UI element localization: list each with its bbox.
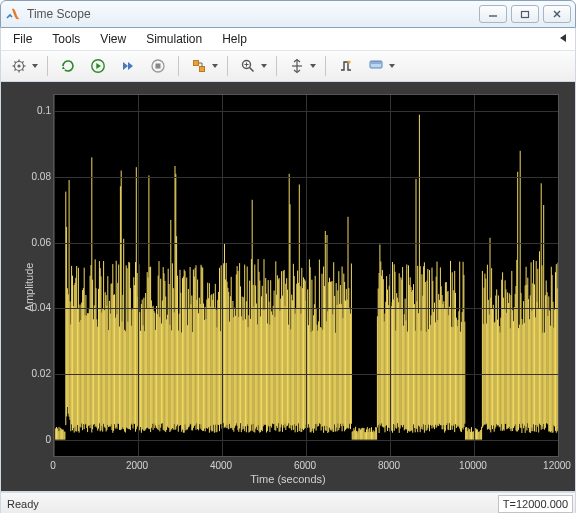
measurements-button[interactable]: [362, 54, 398, 78]
x-tick-label: 10000: [459, 460, 487, 471]
svg-rect-1: [522, 11, 529, 17]
configuration-button[interactable]: [5, 54, 41, 78]
run-button[interactable]: [84, 54, 112, 78]
toolbar-separator: [178, 56, 179, 76]
gridline: [390, 95, 391, 456]
y-tick-label: 0.06: [19, 236, 51, 247]
matlab-icon: [5, 6, 21, 22]
statusbar: Ready T=12000.000: [0, 492, 576, 513]
menu-tools[interactable]: Tools: [42, 30, 90, 48]
svg-rect-18: [200, 67, 205, 72]
toolbar-separator: [227, 56, 228, 76]
toolbar-separator: [47, 56, 48, 76]
gridline: [138, 95, 139, 456]
autoscale-button[interactable]: [283, 54, 319, 78]
svg-rect-16: [156, 64, 161, 69]
svg-line-12: [22, 61, 23, 62]
x-tick-label: 8000: [378, 460, 400, 471]
menu-simulation[interactable]: Simulation: [136, 30, 212, 48]
plot-panel: Amplitude Time (seconds) 00.020.040.060.…: [0, 82, 576, 492]
svg-line-22: [250, 68, 254, 72]
gridline: [306, 95, 307, 456]
minimize-button[interactable]: [479, 5, 507, 23]
svg-line-10: [14, 61, 15, 62]
y-tick-label: 0: [19, 433, 51, 444]
menu-help[interactable]: Help: [212, 30, 257, 48]
menubar: File Tools View Simulation Help: [0, 28, 576, 50]
restart-button[interactable]: [54, 54, 82, 78]
svg-rect-17: [194, 61, 199, 66]
toolbar-separator: [276, 56, 277, 76]
y-tick-label: 0.1: [19, 105, 51, 116]
trigger-icon: [338, 58, 354, 74]
x-tick-label: 0: [50, 460, 56, 471]
gridline: [474, 95, 475, 456]
play-icon: [90, 58, 106, 74]
window-title: Time Scope: [27, 7, 91, 21]
autoscale-icon: [289, 58, 305, 74]
gear-icon: [11, 58, 27, 74]
svg-line-13: [14, 69, 15, 70]
x-axis-label: Time (seconds): [1, 473, 575, 485]
gridline: [222, 95, 223, 456]
menu-file[interactable]: File: [3, 30, 42, 48]
gridline: [54, 95, 55, 456]
y-tick-label: 0.02: [19, 367, 51, 378]
status-text: Ready: [3, 498, 39, 510]
zoom-icon: [240, 58, 256, 74]
triggers-button[interactable]: [332, 54, 360, 78]
x-tick-label: 2000: [126, 460, 148, 471]
x-tick-label: 6000: [294, 460, 316, 471]
gridline: [558, 95, 559, 456]
status-time: T=12000.000: [498, 495, 573, 513]
ruler-icon: [368, 58, 384, 74]
step-icon: [120, 58, 136, 74]
x-tick-label: 4000: [210, 460, 232, 471]
y-tick-label: 0.04: [19, 302, 51, 313]
x-tick-label: 12000: [543, 460, 571, 471]
plot-axes[interactable]: [53, 94, 559, 457]
zoom-button[interactable]: [234, 54, 270, 78]
window-titlebar: Time Scope: [0, 0, 576, 28]
toolbar: [0, 50, 576, 82]
svg-point-27: [347, 60, 350, 63]
stop-button[interactable]: [144, 54, 172, 78]
menu-view[interactable]: View: [90, 30, 136, 48]
dock-button[interactable]: [557, 31, 571, 45]
svg-line-11: [22, 69, 23, 70]
step-forward-button[interactable]: [114, 54, 142, 78]
y-tick-label: 0.08: [19, 171, 51, 182]
stop-icon: [150, 58, 166, 74]
block-icon: [191, 58, 207, 74]
close-button[interactable]: [543, 5, 571, 23]
maximize-button[interactable]: [511, 5, 539, 23]
highlight-button[interactable]: [185, 54, 221, 78]
svg-point-5: [17, 64, 20, 67]
toolbar-separator: [325, 56, 326, 76]
restart-icon: [60, 58, 76, 74]
